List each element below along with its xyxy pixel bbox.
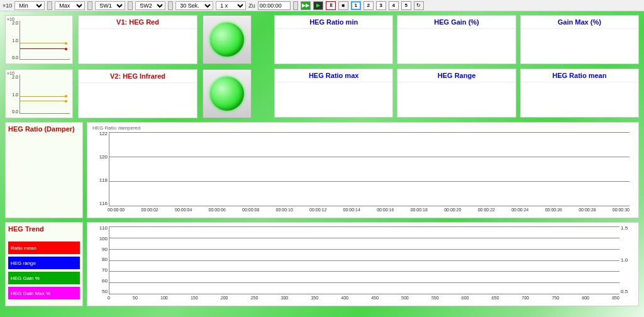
trend-section: HEG Trend Ratio mean HEG range HEG Gain …: [5, 222, 639, 306]
speed-select[interactable]: 1 x: [216, 1, 246, 10]
exp-label: ×10: [3, 3, 12, 9]
sw2-select[interactable]: SW2: [135, 1, 165, 10]
channel-v2-box: V2: HEG Infrared: [78, 69, 197, 118]
led-v2: [203, 69, 252, 118]
channel-v1-box: V1: HEG Red: [78, 15, 197, 64]
sw2-spinner[interactable]: [168, 1, 173, 10]
content: ×10 2.0 1.0 0.0 ×10 2.0 1.0 0: [0, 11, 644, 314]
tab-2[interactable]: 2: [364, 1, 374, 10]
trend-legend: Ratio mean HEG range HEG Gain % HEG Gain…: [6, 239, 82, 302]
channel-v1-label: V1: HEG Red: [79, 16, 197, 29]
trend-chart: 1101009080706050 1.51.00.5 0501001502002…: [92, 225, 633, 303]
max-select[interactable]: Max: [55, 1, 85, 10]
toolbar: ×10 Min Max SW1 SW2 30 Sek. 1 x Zu ▶▶ ▶ …: [0, 0, 644, 11]
min-select[interactable]: Min: [14, 1, 45, 10]
sw1-select[interactable]: SW1: [95, 1, 125, 10]
tab-3[interactable]: 3: [376, 1, 386, 10]
damper-chart: 122120118116 00:00:0000:00:0200:00:0400:…: [92, 131, 633, 215]
metrics-grid: HEG Ratio min HEG Gain (%) Gain Max (%) …: [274, 15, 639, 118]
metric-range: HEG Range: [397, 69, 516, 118]
pause-button[interactable]: ⏸: [326, 1, 336, 10]
min-spinner[interactable]: [47, 1, 52, 10]
led-dot-icon: [210, 23, 244, 57]
led-dot-icon: [210, 77, 244, 111]
tab-1[interactable]: 1: [351, 1, 361, 10]
metric-ratio-max: HEG Ratio max: [274, 69, 393, 118]
legend-heg-range: HEG range: [8, 257, 80, 269]
legend-heg-gain: HEG Gain %: [8, 272, 80, 284]
sparkline-v1: ×10 2.0 1.0 0.0: [5, 15, 73, 64]
play-button[interactable]: ▶▶: [301, 1, 311, 10]
loop-button[interactable]: ↻: [414, 1, 424, 10]
max-spinner[interactable]: [87, 1, 92, 10]
metric-ratio-min: HEG Ratio min: [274, 15, 393, 64]
record-button[interactable]: ▶: [313, 1, 323, 10]
legend-ratio-mean: Ratio mean: [8, 242, 80, 254]
metric-gain: HEG Gain (%): [397, 15, 516, 64]
zu-label: Zu: [248, 3, 255, 9]
sparkline-v2: ×10 2.0 1.0 0.0: [5, 69, 73, 118]
channel-v2-label: V2: HEG Infrared: [79, 70, 197, 83]
damper-chart-panel: HEG Ratio dampered 122120118116 00:00:00…: [87, 122, 639, 218]
time-input[interactable]: [258, 1, 291, 10]
legend-heg-gain-max: HEG Gain Max %: [8, 287, 80, 299]
trend-side: HEG Trend Ratio mean HEG range HEG Gain …: [5, 222, 83, 306]
sw1-spinner[interactable]: [128, 1, 133, 10]
metric-ratio-mean: HEG Ratio mean: [520, 69, 639, 118]
tab-4[interactable]: 4: [389, 1, 399, 10]
damper-side: HEG Ratio (Damper): [5, 122, 83, 218]
metric-gain-max: Gain Max (%): [520, 15, 639, 64]
stop-button[interactable]: ■: [338, 1, 348, 10]
time-spinner[interactable]: [293, 1, 298, 10]
duration-select[interactable]: 30 Sek.: [175, 1, 213, 10]
tab-5[interactable]: 5: [401, 1, 411, 10]
trend-chart-panel: 1101009080706050 1.51.00.5 0501001502002…: [87, 222, 639, 306]
top-row: ×10 2.0 1.0 0.0 ×10 2.0 1.0 0: [5, 15, 639, 118]
damper-section: HEG Ratio (Damper) HEG Ratio dampered 12…: [5, 122, 639, 218]
led-v1: [203, 15, 252, 64]
